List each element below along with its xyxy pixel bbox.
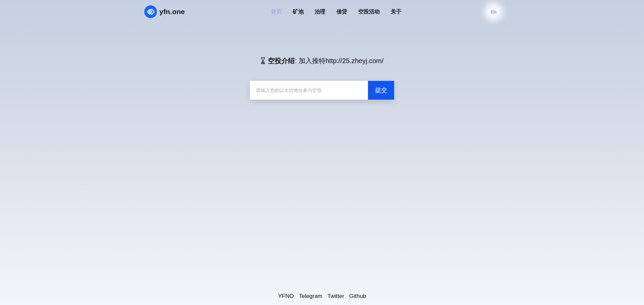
brand-logo[interactable]: yfn.one: [144, 5, 185, 18]
site-header: yfn.one 首页 矿池 治理 借贷 空投活动 关于 En: [0, 0, 644, 23]
nav-item-about[interactable]: 关于: [391, 8, 401, 15]
footer-link-github[interactable]: Github: [349, 293, 366, 300]
header-container: yfn.one 首页 矿池 治理 借贷 空投活动 关于 En: [141, 0, 503, 23]
language-toggle-button[interactable]: En: [488, 6, 500, 18]
footer-link-yfno[interactable]: YFNO: [278, 293, 294, 300]
nav-item-home[interactable]: 首页: [271, 8, 282, 15]
airdrop-announcement: 空投介绍: 加入推特http://25.zheyj.com/: [0, 56, 644, 66]
interlocked-diamonds-icon: [144, 5, 157, 18]
brand-name: yfn.one: [159, 8, 185, 16]
main-nav: 首页 矿池 治理 借贷 空投活动 关于: [271, 8, 401, 15]
announcement-title: 空投介绍: [268, 57, 295, 64]
nav-item-airdrop[interactable]: 空投活动: [358, 8, 380, 15]
hourglass-icon: [260, 58, 268, 65]
nav-item-mining-pool[interactable]: 矿池: [293, 8, 304, 15]
footer-link-telegram[interactable]: Telegram: [299, 293, 322, 300]
nav-item-lending[interactable]: 借贷: [336, 8, 347, 15]
main-content: 空投介绍: 加入推特http://25.zheyj.com/ 提交: [0, 23, 644, 293]
site-footer: YFNO Telegram Twitter Github: [0, 293, 644, 305]
footer-link-twitter[interactable]: Twitter: [327, 293, 344, 300]
eth-address-input[interactable]: [250, 81, 368, 100]
submit-button[interactable]: 提交: [368, 81, 394, 100]
nav-item-governance[interactable]: 治理: [315, 8, 325, 15]
airdrop-form: 提交: [250, 81, 394, 100]
announcement-text: : 加入推特http://25.zheyj.com/: [295, 57, 384, 64]
